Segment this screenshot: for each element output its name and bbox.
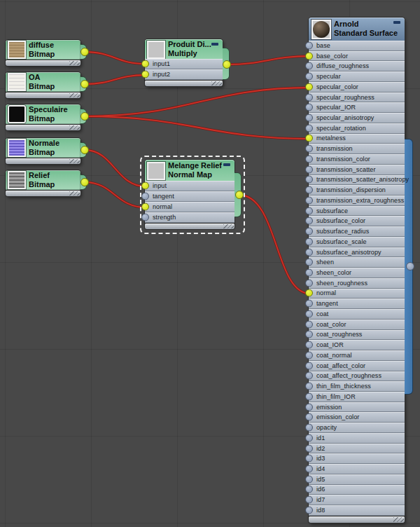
input-socket[interactable]	[305, 341, 313, 349]
param-row-tangent[interactable]: tangent	[309, 299, 405, 309]
param-row-transmission_scatter_anisotropy[interactable]: transmission_scatter_anisotropy	[309, 175, 405, 186]
output-socket[interactable]	[80, 112, 89, 121]
input-row-input2[interactable]: input2	[145, 69, 223, 80]
input-socket[interactable]	[305, 475, 313, 483]
output-socket[interactable]	[235, 191, 244, 199]
input-socket[interactable]	[305, 413, 313, 421]
param-row-specular_roughness[interactable]: specular_roughness	[309, 93, 405, 103]
param-row-specular_color[interactable]: specular_color	[309, 82, 405, 93]
param-row-coat_affect_roughness[interactable]: coat_affect_roughness	[309, 371, 405, 382]
node-multiply[interactable]: Produit Di... Multiply − input1 input2	[145, 39, 223, 86]
input-socket[interactable]	[305, 372, 313, 380]
input-socket[interactable]	[305, 444, 313, 452]
param-row-transmission_extra_roughness[interactable]: transmission_extra_roughness	[309, 196, 405, 206]
param-row-opacity[interactable]: opacity	[309, 423, 405, 433]
input-socket[interactable]	[305, 403, 313, 411]
input-socket[interactable]	[305, 279, 313, 287]
input-socket[interactable]	[141, 71, 149, 78]
input-socket[interactable]	[305, 114, 313, 122]
param-row-emission[interactable]: emission	[309, 402, 405, 413]
param-row-base_color[interactable]: base_color	[309, 51, 405, 62]
input-socket[interactable]	[305, 248, 313, 256]
input-socket[interactable]	[305, 73, 313, 81]
input-socket[interactable]	[305, 124, 313, 132]
param-row-id2[interactable]: id2	[309, 444, 405, 454]
param-row-subsurface_anisotropy[interactable]: subsurface_anisotropy	[309, 247, 405, 258]
param-row-transmission[interactable]: transmission	[309, 144, 405, 154]
param-row-sheen_color[interactable]: sheen_color	[309, 268, 405, 278]
collapse-icon[interactable]: −	[223, 163, 230, 166]
param-row-id3[interactable]: id3	[309, 453, 405, 464]
input-socket[interactable]	[305, 506, 313, 514]
node-bitmap-diffuse[interactable]: diffuse Bitmap	[6, 40, 80, 66]
input-socket[interactable]	[305, 52, 313, 60]
input-row-tangent[interactable]: tangent	[145, 191, 234, 202]
input-socket[interactable]	[305, 496, 313, 504]
collapse-icon[interactable]: −	[211, 43, 218, 46]
input-socket[interactable]	[305, 228, 313, 235]
output-socket[interactable]	[80, 48, 89, 56]
output-socket[interactable]	[80, 146, 89, 154]
input-socket[interactable]	[305, 289, 313, 297]
param-row-id5[interactable]: id5	[309, 474, 405, 485]
input-socket[interactable]	[305, 217, 313, 225]
param-row-coat_affect_color[interactable]: coat_affect_color	[309, 361, 405, 371]
param-row-transmission_scatter[interactable]: transmission_scatter	[309, 165, 405, 175]
input-socket[interactable]	[305, 300, 313, 308]
output-socket[interactable]	[80, 80, 89, 88]
input-socket[interactable]	[305, 176, 313, 184]
param-row-specular_IOR[interactable]: specular_IOR	[309, 102, 405, 113]
input-socket[interactable]	[305, 165, 313, 173]
param-row-id6[interactable]: id6	[309, 485, 405, 495]
param-row-coat_normal[interactable]: coat_normal	[309, 350, 405, 361]
node-bitmap-speculaire[interactable]: Speculaire Bitmap	[6, 104, 80, 130]
param-row-specular[interactable]: specular	[309, 71, 405, 82]
param-row-id7[interactable]: id7	[309, 495, 405, 505]
input-socket[interactable]	[305, 455, 313, 463]
input-socket[interactable]	[305, 238, 313, 245]
input-socket[interactable]	[305, 145, 313, 153]
input-row-input1[interactable]: input1	[145, 59, 223, 69]
input-row-input[interactable]: input	[145, 181, 234, 191]
input-socket[interactable]	[141, 193, 149, 200]
param-row-coat[interactable]: coat	[309, 309, 405, 320]
input-socket[interactable]	[141, 60, 149, 68]
input-socket[interactable]	[305, 269, 313, 277]
input-socket[interactable]	[305, 434, 313, 442]
param-row-coat_IOR[interactable]: coat_IOR	[309, 340, 405, 350]
param-row-specular_rotation[interactable]: specular_rotation	[309, 123, 405, 134]
node-bitmap-normale[interactable]: Normale Bitmap	[6, 138, 80, 164]
input-socket[interactable]	[305, 62, 313, 70]
input-socket[interactable]	[141, 182, 149, 190]
param-row-subsurface_color[interactable]: subsurface_color	[309, 216, 405, 226]
input-socket[interactable]	[305, 465, 313, 472]
input-socket[interactable]	[305, 424, 313, 432]
input-socket[interactable]	[141, 214, 149, 221]
param-row-transmission_dispersion[interactable]: transmission_dispersion	[309, 185, 405, 196]
input-socket[interactable]	[305, 383, 313, 390]
input-socket[interactable]	[305, 41, 313, 49]
input-socket[interactable]	[305, 207, 313, 214]
node-normal-map[interactable]: Melange Relief Normal Map − input tangen…	[145, 160, 234, 229]
input-socket[interactable]	[305, 93, 313, 101]
param-row-emission_color[interactable]: emission_color	[309, 412, 405, 423]
param-row-specular_anisotropy[interactable]: specular_anisotropy	[309, 113, 405, 123]
collapse-icon[interactable]: −	[393, 21, 400, 24]
param-row-sheen[interactable]: sheen	[309, 257, 405, 268]
param-row-diffuse_roughness[interactable]: diffuse_roughness	[309, 61, 405, 71]
output-socket[interactable]	[223, 60, 231, 69]
param-row-subsurface_scale[interactable]: subsurface_scale	[309, 237, 405, 247]
input-row-strength[interactable]: strength	[145, 212, 234, 223]
input-socket[interactable]	[305, 310, 313, 317]
input-row-normal[interactable]: normal	[145, 202, 234, 212]
input-socket[interactable]	[305, 486, 313, 493]
input-socket[interactable]	[305, 83, 313, 90]
input-socket[interactable]	[305, 155, 313, 163]
param-row-transmission_color[interactable]: transmission_color	[309, 154, 405, 165]
param-row-sheen_roughness[interactable]: sheen_roughness	[309, 278, 405, 289]
input-socket[interactable]	[305, 351, 313, 359]
input-socket[interactable]	[305, 331, 313, 338]
param-row-thin_film_thickness[interactable]: thin_film_thickness	[309, 381, 405, 392]
output-socket[interactable]	[406, 262, 414, 271]
param-row-subsurface_radius[interactable]: subsurface_radius	[309, 226, 405, 237]
